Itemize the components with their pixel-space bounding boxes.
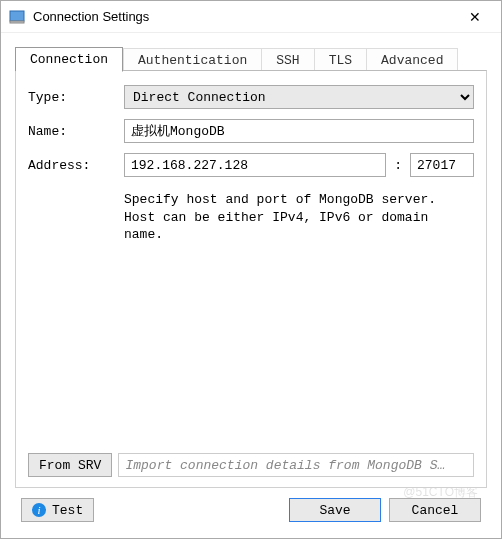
test-button[interactable]: i Test (21, 498, 94, 522)
cancel-button[interactable]: Cancel (389, 498, 481, 522)
tab-advanced[interactable]: Advanced (367, 48, 458, 72)
address-port-input[interactable] (410, 153, 474, 177)
type-dropdown[interactable]: Direct Connection (124, 85, 474, 109)
close-icon: ✕ (469, 9, 481, 25)
from-srv-button[interactable]: From SRV (28, 453, 112, 477)
svg-rect-0 (10, 11, 24, 21)
address-separator: : (392, 158, 404, 173)
name-label: Name: (28, 124, 124, 139)
tab-ssh[interactable]: SSH (262, 48, 314, 72)
close-button[interactable]: ✕ (455, 3, 495, 31)
tab-authentication[interactable]: Authentication (123, 48, 262, 72)
row-name: Name: (28, 119, 474, 143)
address-host-input[interactable] (124, 153, 386, 177)
srv-input[interactable]: Import connection details from MongoDB S… (118, 453, 474, 477)
window-title: Connection Settings (33, 9, 455, 24)
app-icon (9, 9, 25, 25)
titlebar: Connection Settings ✕ (1, 1, 501, 33)
connection-settings-window: Connection Settings ✕ Connection Authent… (0, 0, 502, 539)
row-srv: From SRV Import connection details from … (28, 453, 474, 477)
address-hint: Specify host and port of MongoDB server.… (124, 191, 474, 244)
tabstrip: Connection Authentication SSH TLS Advanc… (15, 45, 487, 71)
row-address: Address: : (28, 153, 474, 177)
tab-connection[interactable]: Connection (15, 47, 123, 72)
svg-rect-1 (10, 21, 24, 23)
tab-panel-connection: Type: Direct Connection Name: Address: : (15, 70, 487, 488)
type-label: Type: (28, 90, 124, 105)
content-area: Connection Authentication SSH TLS Advanc… (1, 33, 501, 538)
tab-tls[interactable]: TLS (315, 48, 367, 72)
info-icon: i (32, 503, 46, 517)
name-input[interactable] (124, 119, 474, 143)
address-label: Address: (28, 158, 124, 173)
save-button[interactable]: Save (289, 498, 381, 522)
bottom-bar: i Test Save Cancel (15, 488, 487, 528)
row-type: Type: Direct Connection (28, 85, 474, 109)
